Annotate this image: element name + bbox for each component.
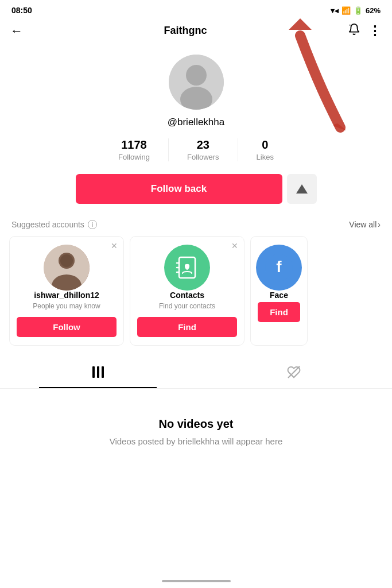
notification-icon[interactable] <box>348 23 360 38</box>
svg-rect-14 <box>92 366 95 378</box>
signal-icon: 📶 <box>341 6 351 15</box>
share-icon <box>296 184 308 194</box>
facebook-avatar: f <box>256 245 302 291</box>
svg-point-2 <box>186 65 207 86</box>
tab-liked[interactable] <box>196 357 393 388</box>
suggested-header: Suggested accounts i View all › <box>9 220 383 229</box>
likes-count: 0 <box>262 138 268 152</box>
suggested-title: Suggested accounts i <box>11 220 97 229</box>
suggested-contacts-card: ✕ Contacts Find your contacts Find <box>130 236 244 346</box>
stat-following[interactable]: 1178 Following <box>100 138 168 161</box>
status-icons: ▾◂ 📶 🔋 62% <box>331 6 381 15</box>
profile-section: @briellekhha 1178 Following 23 Followers… <box>0 45 392 220</box>
battery-icon: 🔋 <box>354 6 363 15</box>
svg-point-7 <box>60 254 73 267</box>
follow-back-button[interactable]: Follow back <box>76 174 282 204</box>
likes-label: Likes <box>257 153 274 161</box>
battery-percent: 62% <box>366 6 381 15</box>
contacts-card-subtitle: Find your contacts <box>159 302 215 310</box>
svg-rect-15 <box>97 366 99 378</box>
followers-label: Followers <box>187 153 219 161</box>
tabs-row <box>0 357 392 389</box>
stat-followers[interactable]: 23 Followers <box>168 138 238 161</box>
svg-text:f: f <box>276 258 282 276</box>
username: @briellekhha <box>168 117 224 128</box>
suggested-account-card: ✕ ishwar_dhillon12 People you may know F… <box>9 236 124 346</box>
more-options-icon[interactable]: ⋮ <box>368 24 382 38</box>
wifi-icon: ▾◂ <box>331 6 339 15</box>
close-card-button[interactable]: ✕ <box>111 241 118 250</box>
contacts-card-name: Contacts <box>170 291 204 300</box>
contacts-avatar <box>164 245 210 291</box>
page-title: Faithgnc <box>164 25 207 37</box>
follow-card-button[interactable]: Follow <box>17 317 117 337</box>
following-count: 1178 <box>121 138 147 152</box>
stat-likes[interactable]: 0 Likes <box>238 138 292 161</box>
view-all-button[interactable]: View all › <box>349 220 381 229</box>
accounts-scroll: ✕ ishwar_dhillon12 People you may know F… <box>9 236 383 346</box>
suggested-accounts-section: Suggested accounts i View all › ✕ ishwar… <box>0 220 392 346</box>
nav-right-actions: ⋮ <box>348 23 382 38</box>
close-contacts-card-button[interactable]: ✕ <box>231 241 238 250</box>
no-videos-subtitle: Videos posted by briellekhha will appear… <box>110 436 283 446</box>
facebook-card-name: Face <box>270 291 288 300</box>
empty-state: No videos yet Videos posted by briellekh… <box>0 406 392 458</box>
find-contacts-button[interactable]: Find <box>137 317 237 337</box>
chevron-right-icon: › <box>378 220 381 229</box>
find-facebook-button[interactable]: Find <box>258 302 300 322</box>
tab-videos[interactable] <box>0 357 196 388</box>
suggested-facebook-card: f Face Find <box>250 236 308 346</box>
status-time: 08:50 <box>11 6 32 15</box>
back-button[interactable]: ← <box>10 24 23 38</box>
home-indicator <box>162 580 231 582</box>
following-label: Following <box>118 153 150 161</box>
heart-icon <box>287 365 301 382</box>
share-button[interactable] <box>287 174 317 204</box>
svg-rect-16 <box>102 366 104 378</box>
top-nav: ← Faithgnc ⋮ <box>0 18 392 45</box>
info-icon[interactable]: i <box>88 220 97 229</box>
action-row: Follow back <box>76 174 317 204</box>
followers-count: 23 <box>197 138 209 152</box>
stats-row: 1178 Following 23 Followers 0 Likes <box>87 138 305 161</box>
card-subtitle: People you may know <box>33 302 100 310</box>
no-videos-title: No videos yet <box>158 417 233 431</box>
card-username: ishwar_dhillon12 <box>34 291 99 300</box>
avatar <box>169 55 224 110</box>
grid-icon <box>91 365 105 382</box>
status-bar: 08:50 ▾◂ 📶 🔋 62% <box>0 0 392 18</box>
card-avatar <box>44 245 90 291</box>
